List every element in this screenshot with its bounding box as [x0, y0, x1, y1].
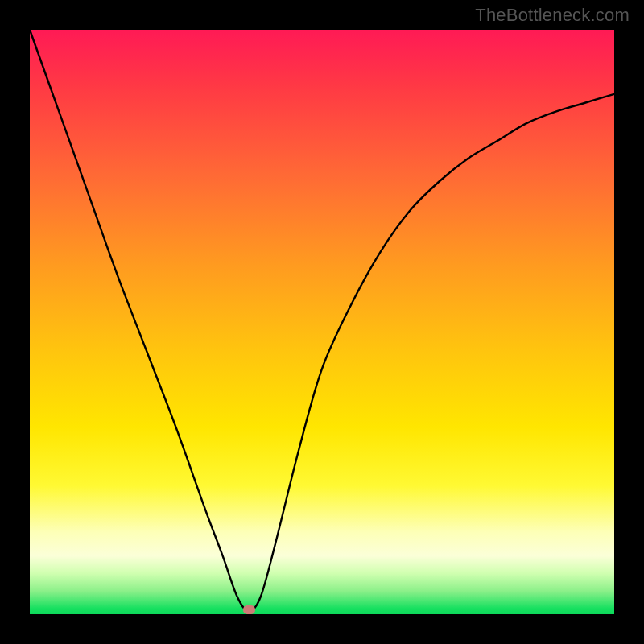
- bottleneck-curve: [30, 30, 614, 611]
- chart-frame: TheBottleneck.com: [0, 0, 644, 644]
- plot-area: [30, 30, 614, 614]
- curve-layer: [30, 30, 614, 614]
- watermark-text: TheBottleneck.com: [475, 5, 630, 26]
- minimum-marker: [243, 605, 255, 614]
